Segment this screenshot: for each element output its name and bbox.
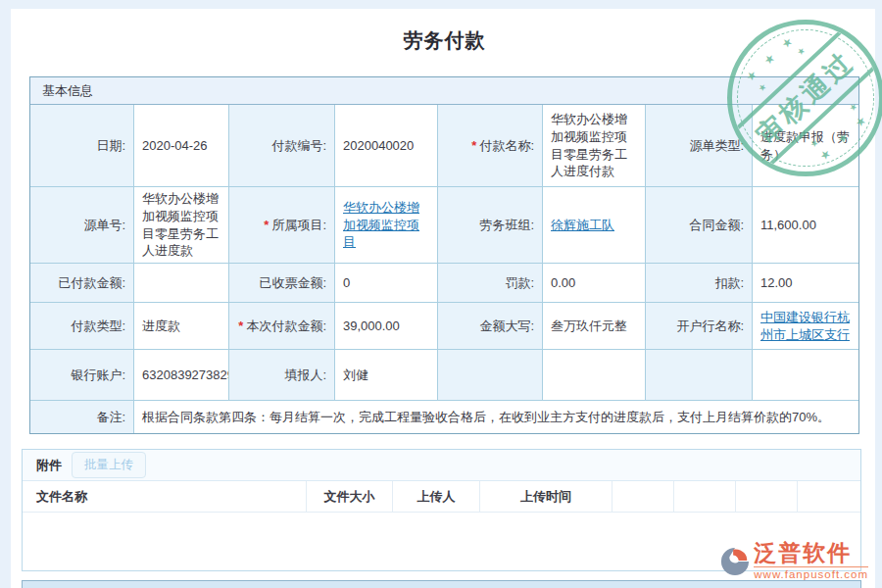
field-label-source-no: 源单号:: [30, 187, 134, 264]
empty-label-cell: [438, 350, 543, 401]
field-label-project: *所属项目:: [229, 187, 335, 264]
field-value-bank-account: 632083927382928: [134, 350, 229, 401]
column-upload-time: 上传时间: [480, 481, 612, 512]
column-file-name: 文件名称: [23, 481, 307, 512]
required-mark: *: [238, 318, 243, 335]
field-value-current-payment: 39,000.00: [335, 303, 438, 350]
vendor-watermark: 泛普软件 www.fanpusoft.com: [720, 542, 868, 580]
field-value-deduction: 12.00: [753, 264, 858, 303]
field-value-invoiced-amount: 0: [335, 264, 438, 303]
vendor-logo-icon: [720, 547, 750, 576]
empty-label-cell: [646, 350, 753, 401]
required-mark: *: [471, 137, 476, 155]
field-label-penalty: 罚款:: [438, 264, 543, 303]
vendor-url: www.fanpusoft.com: [754, 566, 868, 580]
vendor-brand-name: 泛普软件: [754, 542, 868, 564]
field-value-source-no: 华软办公楼增加视频监控项目零星劳务工人进度款: [134, 187, 229, 264]
field-value-labor-team: 徐辉施工队: [543, 187, 646, 264]
attachments-table-header: 文件名称 文件大小 上传人 上传时间: [23, 481, 860, 513]
field-label-preparer: 填报人:: [229, 350, 335, 401]
field-label-invoiced-amount: 已收票金额:: [229, 264, 335, 303]
basic-info-header: 基本信息: [30, 77, 858, 105]
field-value-preparer: 刘健: [335, 350, 438, 401]
page-title: 劳务付款: [29, 27, 859, 54]
field-label-bank-name: 开户行名称:: [646, 303, 753, 350]
vendor-text: 泛普软件 www.fanpusoft.com: [754, 542, 868, 580]
attachments-title: 附件: [36, 457, 62, 474]
field-label-payment-no: 付款编号:: [229, 105, 335, 187]
field-value-remark: 根据合同条款第四条：每月结算一次，完成工程量验收合格后，在收到业主方支付的进度款…: [134, 401, 858, 433]
field-value-date: 2020-04-26: [134, 105, 229, 187]
required-mark: *: [264, 217, 269, 234]
field-label-paid-amount: 已付款金额:: [30, 264, 134, 303]
basic-info-section: 基本信息 日期: 2020-04-26 付款编号: 2020040020 *付款…: [29, 76, 859, 434]
column-empty: [612, 481, 674, 512]
field-label-payment-type: 付款类型:: [30, 303, 134, 350]
column-empty: [736, 481, 798, 512]
field-value-payment-no: 2020040020: [335, 105, 438, 187]
field-value-project: 华软办公楼增加视频监控项目: [335, 187, 438, 264]
field-value-payment-name: 华软办公楼增加视频监控项目零星劳务工人进度付款: [543, 105, 646, 187]
column-file-size: 文件大小: [307, 481, 393, 512]
field-value-contract-amount: 11,600.00: [753, 187, 858, 264]
basic-info-title: 基本信息: [42, 82, 93, 100]
field-value-amount-words: 叁万玖仟元整: [543, 303, 646, 350]
field-label-current-payment: *本次付款金额:: [229, 303, 335, 350]
field-value-penalty: 0.00: [543, 264, 646, 303]
field-value-paid-amount: [134, 264, 229, 303]
basic-info-table: 日期: 2020-04-26 付款编号: 2020040020 *付款名称: 华…: [30, 105, 858, 433]
field-label-amount-words: 金额大写:: [438, 303, 543, 350]
field-label-source-type: 源单类型:: [646, 105, 753, 187]
column-empty: [674, 481, 736, 512]
field-label-labor-team: 劳务班组:: [438, 187, 543, 264]
column-empty: [798, 481, 860, 512]
field-value-source-type: 进度款申报（劳务）: [753, 105, 858, 187]
field-label-bank-account: 银行账户:: [30, 350, 134, 401]
batch-upload-button[interactable]: 批量上传: [72, 452, 146, 478]
field-label-contract-amount: 合同金额:: [646, 187, 753, 264]
next-section-header: [22, 580, 861, 588]
column-uploader: 上传人: [393, 481, 480, 512]
attachments-header: 附件 批量上传: [23, 450, 860, 481]
empty-value-cell: [543, 350, 646, 401]
project-link[interactable]: 华软办公楼增加视频监控项目: [343, 199, 429, 251]
field-label-payment-name: *付款名称:: [438, 105, 543, 187]
field-label-date: 日期:: [30, 105, 134, 187]
bank-name-link[interactable]: 中国建设银行杭州市上城区支行: [760, 309, 851, 343]
field-label-remark: 备注:: [30, 401, 134, 433]
field-value-bank-name: 中国建设银行杭州市上城区支行: [753, 303, 858, 350]
field-value-payment-type: 进度款: [134, 303, 229, 350]
field-label-deduction: 扣款:: [646, 264, 753, 303]
labor-team-link[interactable]: 徐辉施工队: [551, 217, 614, 234]
empty-value-cell: [753, 350, 858, 401]
